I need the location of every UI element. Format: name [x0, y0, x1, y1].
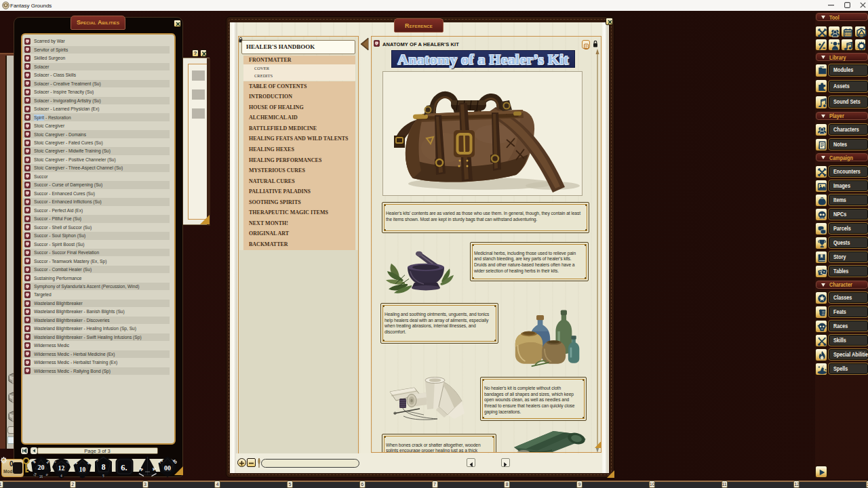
- svg-text:00: 00: [164, 464, 171, 472]
- svg-text:8: 8: [102, 463, 106, 471]
- svg-text:16: 16: [39, 475, 43, 479]
- svg-text:20: 20: [38, 464, 45, 471]
- svg-text:6.: 6.: [121, 463, 127, 472]
- svg-text:10: 10: [79, 466, 86, 473]
- svg-text:12: 12: [58, 465, 65, 472]
